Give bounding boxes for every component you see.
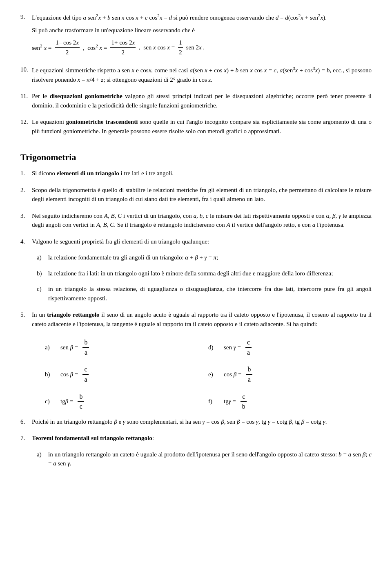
formula-a-den: a (83, 348, 89, 358)
section-t3: 3. Nel seguito indicheremo con A, B, C i… (20, 211, 372, 233)
item-t7a: a) in un triangolo rettangolo un cateto … (37, 450, 372, 472)
formula-b-den: a (82, 375, 89, 385)
item-10-num: 10. (20, 65, 32, 87)
item-t4a-ltr: a) (37, 253, 48, 266)
item-9: 9. L'equazione del tipo a sen2x + b sen … (20, 12, 372, 61)
item-9-num: 9. (20, 12, 32, 61)
formula-f-num: c (241, 392, 247, 402)
formula-c-text: tgβ = (60, 397, 73, 406)
item-11-bold: disequazioni goniometriche (50, 93, 122, 99)
formula-d-frac: c a (245, 338, 252, 357)
formula-b-label: b) (45, 370, 57, 379)
cos2x-num: 1+ cos 2x (110, 38, 136, 48)
item-t7a-ltr: a) (37, 450, 48, 472)
item-t5: 5. In un triangolo rettangolo il seno di… (20, 310, 372, 332)
section-12: 12. Le equazioni goniometriche trascende… (20, 117, 372, 139)
sen2x-frac: 1– cos 2x 2 (55, 38, 80, 57)
item-12: 12. Le equazioni goniometriche trascende… (20, 117, 372, 139)
cos2x-den: 2 (121, 48, 126, 57)
item-12-content: Le equazioni goniometriche trascendenti … (32, 117, 372, 139)
formula-b-frac: c a (82, 364, 89, 384)
formula-e-text: cos β = (224, 370, 241, 379)
item-t6-text: Poiché in un triangolo rettangolo β e γ … (32, 417, 327, 427)
item-t4a: a) la relazione fondamentale tra gli ang… (37, 253, 372, 266)
section-11: 11. Per le disequazioni goniometriche va… (20, 92, 372, 113)
formula-b: b) cos β = c a (45, 364, 208, 384)
item-9-content: L'equazione del tipo a sen2x + b sen x c… (32, 12, 327, 61)
item-t6-num: 6. (20, 417, 32, 430)
item-t5-num: 5. (20, 310, 32, 332)
sincos-den: 2 (178, 48, 183, 57)
formulas-grid: a) sen β = b a d) sen γ = c a b) cos β =… (45, 338, 372, 411)
sincos-frac: 1 2 (178, 38, 183, 57)
item-t4b-text: la relazione fra i lati: in un triangolo… (48, 269, 333, 278)
trigonometria-heading: Trigonometria (20, 150, 372, 164)
formula-a-frac: b a (82, 338, 89, 357)
item-t7: 7. Teoremi fondamentali sul triangolo re… (20, 434, 372, 446)
item-t4: 4. Valgono le seguenti proprietà fra gli… (20, 237, 372, 250)
item-t2-text: Scopo della trigonometria è quello di st… (32, 186, 372, 204)
section-t2: 2. Scopo della trigonometria è quello di… (20, 186, 372, 207)
item-t2-num: 2. (20, 186, 32, 207)
item-9-text2: Si può anche trasformare in un'equazione… (32, 26, 327, 35)
item-t4a-text: la relazione fondamentale tra gli angoli… (48, 253, 218, 262)
section-10: 10. Le equazioni simmetriche rispetto a … (20, 65, 372, 87)
item-t4c: c) in un triangolo la stessa relazione, … (37, 284, 372, 306)
formula-d-den: a (245, 348, 252, 358)
item-t7-text: Teoremi fondamentali sul triangolo retta… (32, 434, 154, 443)
item-10: 10. Le equazioni simmetriche rispetto a … (20, 65, 372, 87)
item-11-content: Per le disequazioni goniometriche valgon… (32, 92, 372, 113)
formula-d-label: d) (208, 343, 220, 352)
item-12-text: Le equazioni goniometriche trascendenti … (32, 117, 372, 136)
formula-f-den: b (241, 402, 247, 411)
formula-e-label: e) (208, 370, 220, 379)
item-t7a-text: in un triangolo rettangolo un cateto è u… (48, 450, 372, 468)
item-t1-bold: elementi di un triangolo (57, 170, 119, 177)
item-10-content: Le equazioni simmetriche rispetto a sen … (32, 65, 372, 87)
item-t3-num: 3. (20, 211, 32, 233)
item-t3: 3. Nel seguito indicheremo con A, B, C i… (20, 211, 372, 233)
comma1: , cos2 x = (83, 42, 107, 53)
item-11-text: Per le disequazioni goniometriche valgon… (32, 92, 372, 110)
formula-d-text: sen γ = (224, 343, 241, 352)
item-t7-bold: Teoremi fondamentali sul triangolo retta… (32, 435, 152, 441)
item-12-bold: goniometriche trascendenti (66, 118, 138, 125)
sen2x-den: 2 (65, 48, 70, 57)
formula-b-num: c (82, 364, 89, 375)
formula-a-text: sen β = (60, 343, 78, 352)
item-t4-text: Valgono le seguenti proprietà fra gli el… (32, 237, 209, 246)
cos2x-frac: 1+ cos 2x 2 (110, 38, 136, 57)
formula-a-num: b (82, 338, 89, 348)
formula-c: c) tgβ = b c (45, 392, 208, 411)
item-t3-text: Nel seguito indicheremo con A, B, C i ve… (32, 211, 372, 230)
item-t1-text: Si dicono elementi di un triangolo i tre… (32, 169, 174, 178)
section-9: 9. L'equazione del tipo a sen2x + b sen … (20, 12, 372, 61)
formula-f-frac: c b (241, 392, 247, 411)
formula-d-num: c (245, 338, 252, 348)
formula-f-label: f) (208, 397, 220, 406)
item-t4b: b) la relazione fra i lati: in un triang… (37, 269, 372, 282)
item-t4c-ltr: c) (37, 284, 48, 306)
item-11-num: 11. (20, 92, 32, 113)
item-11: 11. Per le disequazioni goniometriche va… (20, 92, 372, 113)
item-9-text: L'equazione del tipo a sen2x + b sen x c… (32, 12, 327, 22)
item-t5-text: In un triangolo rettangolo il seno di un… (32, 310, 372, 329)
section-t6: 6. Poiché in un triangolo rettangolo β e… (20, 417, 372, 430)
item-10-text: Le equazioni simmetriche rispetto a sen … (32, 65, 372, 84)
formula-b-text: cos β = (60, 370, 78, 379)
formula-f: f) tgγ = c b (208, 392, 372, 411)
item-9-formulas: sen2 x = 1– cos 2x 2 , cos2 x = 1+ cos 2… (32, 38, 327, 57)
item-t4b-ltr: b) (37, 269, 48, 282)
section-t4: 4. Valgono le seguenti proprietà fra gli… (20, 237, 372, 306)
formula-f-text: tgγ = (224, 397, 236, 406)
formula-c-num: b (78, 392, 84, 402)
formula-c-label: c) (45, 397, 57, 406)
formula-c-frac: b c (78, 392, 84, 411)
item-t4c-text: in un triangolo la stessa relazione, di … (48, 284, 372, 303)
sen2x-label: sen2 x = (32, 42, 51, 53)
formula-a-label: a) (45, 343, 57, 352)
item-t4-num: 4. (20, 237, 32, 250)
trigonometria-section: Trigonometria (20, 150, 372, 164)
item-t1: 1. Si dicono elementi di un triangolo i … (20, 169, 372, 181)
section-t1: 1. Si dicono elementi di un triangolo i … (20, 169, 372, 181)
